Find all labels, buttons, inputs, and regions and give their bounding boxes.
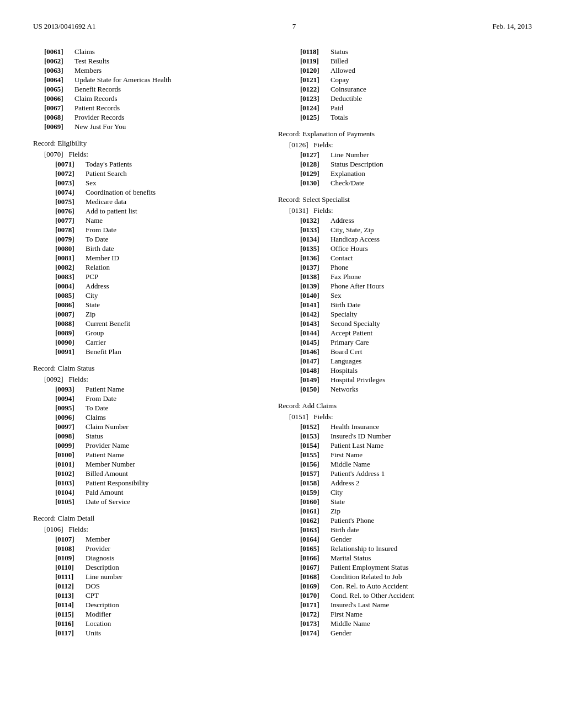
field-num: [0113] <box>55 591 86 600</box>
field-text: PCP <box>86 272 262 281</box>
record-add-claims-label: Record: Add Claims <box>278 402 532 410</box>
field-num: [0138] <box>300 272 331 281</box>
field-text: Name <box>86 216 262 225</box>
list-item: [0155]First Name <box>300 451 532 459</box>
list-item: [0097]Claim Number <box>55 422 262 431</box>
list-item: [0087]Zip <box>55 310 262 319</box>
field-num: [0068] <box>44 113 74 122</box>
field-num: [0101] <box>55 460 86 469</box>
field-num: [0081] <box>55 254 86 263</box>
field-text: First Name <box>331 610 532 619</box>
field-num: [0169] <box>300 582 331 591</box>
field-text: Middle Name <box>331 619 532 628</box>
list-item: [0158]Address 2 <box>300 479 532 488</box>
claim-detail-fields: [0107]Member[0108]Provider[0109]Diagnosi… <box>33 535 262 638</box>
field-text: Status <box>331 47 532 56</box>
list-item: [0113]CPT <box>55 591 262 600</box>
field-text: Line number <box>86 572 262 581</box>
field-num: [0160] <box>300 497 331 506</box>
list-item: [0069]New Just For You <box>44 122 262 131</box>
field-num: [0103] <box>55 479 86 488</box>
field-num: [0104] <box>55 488 86 497</box>
field-num: [0163] <box>300 526 331 534</box>
field-text: Benefit Records <box>74 85 262 94</box>
list-item: [0063]Members <box>44 66 262 75</box>
field-text: Phone <box>331 263 532 272</box>
list-item: [0074]Coordination of benefits <box>55 188 262 197</box>
field-num: [0143] <box>300 319 331 328</box>
field-text: Patient Name <box>86 385 262 394</box>
field-num: [0105] <box>55 497 86 506</box>
field-num: [0159] <box>300 488 331 497</box>
field-text: Health Insurance <box>331 422 532 431</box>
field-text: Patient Name <box>86 451 262 459</box>
field-text: Add to patient list <box>86 207 262 216</box>
field-num: [0139] <box>300 282 331 291</box>
field-num: [0076] <box>55 207 86 216</box>
list-item: [0137]Phone <box>300 263 532 272</box>
field-text: Billed Amount <box>86 469 262 478</box>
list-item: [0072]Patient Search <box>55 169 262 178</box>
field-text: Specialty <box>331 310 532 319</box>
field-num: [0114] <box>55 601 86 609</box>
list-item: [0150]Networks <box>300 385 532 394</box>
field-num: [0084] <box>55 282 86 291</box>
field-num: [0078] <box>55 226 86 234</box>
field-num: [0066] <box>44 94 74 103</box>
list-item: [0172]First Name <box>300 610 532 619</box>
list-item: [0089]Group <box>55 329 262 338</box>
list-item: [0139]Phone After Hours <box>300 282 532 291</box>
field-num: [0085] <box>55 291 86 300</box>
field-num: [0099] <box>55 441 86 450</box>
list-item: [0094]From Date <box>55 394 262 403</box>
record-claim-status-label: Record: Claim Status <box>33 364 262 373</box>
list-item: [0101]Member Number <box>55 460 262 469</box>
list-item: [0088]Current Benefit <box>55 319 262 328</box>
field-text: Languages <box>331 357 532 366</box>
list-items-left: [0061]Claims[0062]Test Results[0063]Memb… <box>33 47 262 131</box>
field-text: Birth date <box>331 526 532 534</box>
field-text: Zip <box>86 310 262 319</box>
field-num: [0136] <box>300 254 331 263</box>
field-text: Birth Date <box>331 301 532 309</box>
field-text: Gender <box>331 535 532 544</box>
field-text: Sex <box>86 179 262 188</box>
field-num: [0173] <box>300 619 331 628</box>
field-text: Coinsurance <box>331 85 532 94</box>
list-item: [0093]Patient Name <box>55 385 262 394</box>
list-item: [0081]Member ID <box>55 254 262 263</box>
main-columns: [0061]Claims[0062]Test Results[0063]Memb… <box>33 47 532 638</box>
field-text: Second Specialty <box>331 319 532 328</box>
field-text: Gender <box>331 629 532 638</box>
field-num: [0080] <box>55 244 86 253</box>
list-item: [0149]Hospital Privileges <box>300 376 532 384</box>
field-text: Carrier <box>86 338 262 347</box>
list-item: [0085]City <box>55 291 262 300</box>
page-header: US 2013/0041692 A1 7 Feb. 14, 2013 <box>33 22 532 31</box>
field-text: Description <box>86 563 262 572</box>
field-text: Networks <box>331 385 532 394</box>
claim-detail-fields-label: [0106] Fields: <box>44 525 262 534</box>
field-num: [0115] <box>55 610 86 619</box>
left-column: [0061]Claims[0062]Test Results[0063]Memb… <box>33 47 273 638</box>
list-item: [0153]Insured's ID Number <box>300 432 532 441</box>
list-item: [0095]To Date <box>55 404 262 413</box>
field-num: [0089] <box>55 329 86 338</box>
field-text: Description <box>86 601 262 609</box>
list-item: [0075]Medicare data <box>55 197 262 206</box>
field-num: [0153] <box>300 432 331 441</box>
list-item: [0152]Health Insurance <box>300 422 532 431</box>
field-num: [0156] <box>300 460 331 469</box>
field-text: Insured's Last Name <box>331 601 532 609</box>
field-text: CPT <box>86 591 262 600</box>
field-text: Provider Name <box>86 441 262 450</box>
field-num: [0134] <box>300 235 331 244</box>
list-item: [0171]Insured's Last Name <box>300 601 532 609</box>
field-text: Units <box>86 629 262 638</box>
field-text: Zip <box>331 507 532 516</box>
field-num: [0096] <box>55 413 86 422</box>
field-text: Fax Phone <box>331 272 532 281</box>
list-item: [0084]Address <box>55 282 262 291</box>
field-num: [0061] <box>44 47 74 56</box>
field-text: Diagnosis <box>86 554 262 563</box>
